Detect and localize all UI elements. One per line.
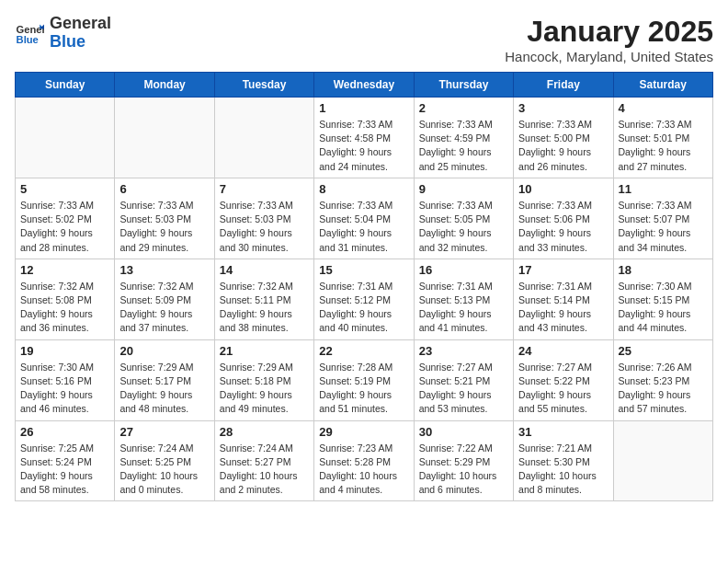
day-info: Sunrise: 7:32 AM Sunset: 5:09 PM Dayligh… [119, 280, 209, 336]
calendar-cell: 15Sunrise: 7:31 AM Sunset: 5:12 PM Dayli… [314, 259, 414, 339]
calendar-cell [115, 98, 214, 178]
day-info: Sunrise: 7:32 AM Sunset: 5:11 PM Dayligh… [220, 280, 309, 336]
day-of-week-header: Saturday [613, 73, 712, 98]
calendar-cell: 31Sunrise: 7:21 AM Sunset: 5:30 PM Dayli… [514, 420, 613, 501]
calendar-table: SundayMondayTuesdayWednesdayThursdayFrid… [15, 72, 713, 501]
day-info: Sunrise: 7:29 AM Sunset: 5:18 PM Dayligh… [220, 361, 309, 417]
calendar-cell: 19Sunrise: 7:30 AM Sunset: 5:16 PM Dayli… [16, 339, 115, 420]
day-info: Sunrise: 7:22 AM Sunset: 5:29 PM Dayligh… [419, 442, 508, 498]
day-info: Sunrise: 7:31 AM Sunset: 5:13 PM Dayligh… [419, 280, 508, 336]
day-number: 6 [119, 182, 209, 196]
day-info: Sunrise: 7:21 AM Sunset: 5:30 PM Dayligh… [518, 442, 608, 498]
day-info: Sunrise: 7:33 AM Sunset: 4:59 PM Dayligh… [419, 118, 508, 174]
day-number: 13 [119, 263, 209, 277]
month-title: January 2025 [505, 15, 713, 49]
logo-blue-text: Blue [50, 33, 111, 52]
calendar-cell: 21Sunrise: 7:29 AM Sunset: 5:18 PM Dayli… [214, 339, 313, 420]
calendar-cell [16, 98, 115, 178]
calendar-cell: 27Sunrise: 7:24 AM Sunset: 5:25 PM Dayli… [115, 420, 214, 501]
calendar-cell: 20Sunrise: 7:29 AM Sunset: 5:17 PM Dayli… [115, 339, 214, 420]
day-number: 21 [220, 344, 309, 358]
week-row: 5Sunrise: 7:33 AM Sunset: 5:02 PM Daylig… [16, 178, 713, 259]
day-of-week-header: Sunday [16, 73, 115, 98]
calendar-cell: 29Sunrise: 7:23 AM Sunset: 5:28 PM Dayli… [314, 420, 414, 501]
day-number: 24 [518, 344, 608, 358]
day-number: 25 [619, 344, 708, 358]
week-row: 1Sunrise: 7:33 AM Sunset: 4:58 PM Daylig… [16, 98, 713, 178]
day-info: Sunrise: 7:33 AM Sunset: 5:01 PM Dayligh… [619, 118, 708, 174]
calendar-cell: 17Sunrise: 7:31 AM Sunset: 5:14 PM Dayli… [514, 259, 613, 339]
title-section: January 2025 Hancock, Maryland, United S… [505, 15, 713, 64]
day-info: Sunrise: 7:31 AM Sunset: 5:12 PM Dayligh… [319, 280, 408, 336]
day-info: Sunrise: 7:33 AM Sunset: 5:06 PM Dayligh… [518, 199, 608, 255]
day-number: 16 [419, 263, 508, 277]
calendar-cell: 2Sunrise: 7:33 AM Sunset: 4:59 PM Daylig… [414, 98, 513, 178]
calendar-cell: 18Sunrise: 7:30 AM Sunset: 5:15 PM Dayli… [613, 259, 712, 339]
day-number: 9 [419, 182, 508, 196]
day-number: 30 [419, 425, 508, 439]
logo: General Blue General Blue [15, 15, 111, 52]
calendar-cell [613, 420, 712, 501]
day-info: Sunrise: 7:27 AM Sunset: 5:21 PM Dayligh… [419, 361, 508, 417]
day-info: Sunrise: 7:30 AM Sunset: 5:16 PM Dayligh… [20, 361, 109, 417]
day-of-week-header: Tuesday [214, 73, 313, 98]
week-row: 12Sunrise: 7:32 AM Sunset: 5:08 PM Dayli… [16, 259, 713, 339]
day-number: 10 [518, 182, 608, 196]
calendar-cell: 10Sunrise: 7:33 AM Sunset: 5:06 PM Dayli… [514, 178, 613, 259]
day-info: Sunrise: 7:27 AM Sunset: 5:22 PM Dayligh… [518, 361, 608, 417]
week-row: 26Sunrise: 7:25 AM Sunset: 5:24 PM Dayli… [16, 420, 713, 501]
day-number: 17 [518, 263, 608, 277]
day-info: Sunrise: 7:33 AM Sunset: 5:03 PM Dayligh… [220, 199, 309, 255]
day-of-week-header: Thursday [414, 73, 513, 98]
day-info: Sunrise: 7:33 AM Sunset: 5:04 PM Dayligh… [319, 199, 408, 255]
calendar-cell: 6Sunrise: 7:33 AM Sunset: 5:03 PM Daylig… [115, 178, 214, 259]
day-info: Sunrise: 7:25 AM Sunset: 5:24 PM Dayligh… [20, 442, 109, 498]
day-number: 28 [220, 425, 309, 439]
logo-icon: General Blue [15, 18, 44, 48]
calendar-cell: 28Sunrise: 7:24 AM Sunset: 5:27 PM Dayli… [214, 420, 313, 501]
calendar-cell: 22Sunrise: 7:28 AM Sunset: 5:19 PM Dayli… [314, 339, 414, 420]
day-number: 20 [119, 344, 209, 358]
calendar-cell: 25Sunrise: 7:26 AM Sunset: 5:23 PM Dayli… [613, 339, 712, 420]
day-info: Sunrise: 7:33 AM Sunset: 5:03 PM Dayligh… [119, 199, 209, 255]
day-number: 15 [319, 263, 408, 277]
day-info: Sunrise: 7:32 AM Sunset: 5:08 PM Dayligh… [20, 280, 109, 336]
calendar-cell: 26Sunrise: 7:25 AM Sunset: 5:24 PM Dayli… [16, 420, 115, 501]
day-number: 14 [220, 263, 309, 277]
day-info: Sunrise: 7:33 AM Sunset: 5:05 PM Dayligh… [419, 199, 508, 255]
day-info: Sunrise: 7:24 AM Sunset: 5:25 PM Dayligh… [119, 442, 209, 498]
day-number: 2 [419, 101, 508, 115]
day-info: Sunrise: 7:33 AM Sunset: 4:58 PM Dayligh… [319, 118, 408, 174]
calendar-cell: 23Sunrise: 7:27 AM Sunset: 5:21 PM Dayli… [414, 339, 513, 420]
week-row: 19Sunrise: 7:30 AM Sunset: 5:16 PM Dayli… [16, 339, 713, 420]
calendar-cell: 3Sunrise: 7:33 AM Sunset: 5:00 PM Daylig… [514, 98, 613, 178]
day-info: Sunrise: 7:33 AM Sunset: 5:02 PM Dayligh… [20, 199, 109, 255]
day-info: Sunrise: 7:31 AM Sunset: 5:14 PM Dayligh… [518, 280, 608, 336]
day-info: Sunrise: 7:24 AM Sunset: 5:27 PM Dayligh… [220, 442, 309, 498]
day-info: Sunrise: 7:26 AM Sunset: 5:23 PM Dayligh… [619, 361, 708, 417]
day-number: 29 [319, 425, 408, 439]
day-number: 5 [20, 182, 109, 196]
calendar-cell: 14Sunrise: 7:32 AM Sunset: 5:11 PM Dayli… [214, 259, 313, 339]
day-number: 27 [119, 425, 209, 439]
days-of-week-row: SundayMondayTuesdayWednesdayThursdayFrid… [16, 73, 713, 98]
day-of-week-header: Friday [514, 73, 613, 98]
day-number: 1 [319, 101, 408, 115]
day-info: Sunrise: 7:30 AM Sunset: 5:15 PM Dayligh… [619, 280, 708, 336]
logo-general-text: General [50, 15, 111, 33]
calendar-cell: 12Sunrise: 7:32 AM Sunset: 5:08 PM Dayli… [16, 259, 115, 339]
day-number: 18 [619, 263, 708, 277]
day-of-week-header: Wednesday [314, 73, 414, 98]
calendar-cell: 30Sunrise: 7:22 AM Sunset: 5:29 PM Dayli… [414, 420, 513, 501]
day-info: Sunrise: 7:33 AM Sunset: 5:07 PM Dayligh… [619, 199, 708, 255]
day-info: Sunrise: 7:33 AM Sunset: 5:00 PM Dayligh… [518, 118, 608, 174]
day-number: 7 [220, 182, 309, 196]
day-number: 12 [20, 263, 109, 277]
day-number: 8 [319, 182, 408, 196]
calendar-cell: 1Sunrise: 7:33 AM Sunset: 4:58 PM Daylig… [314, 98, 414, 178]
day-info: Sunrise: 7:28 AM Sunset: 5:19 PM Dayligh… [319, 361, 408, 417]
day-number: 4 [619, 101, 708, 115]
calendar-cell: 11Sunrise: 7:33 AM Sunset: 5:07 PM Dayli… [613, 178, 712, 259]
day-info: Sunrise: 7:29 AM Sunset: 5:17 PM Dayligh… [119, 361, 209, 417]
calendar-cell: 5Sunrise: 7:33 AM Sunset: 5:02 PM Daylig… [16, 178, 115, 259]
